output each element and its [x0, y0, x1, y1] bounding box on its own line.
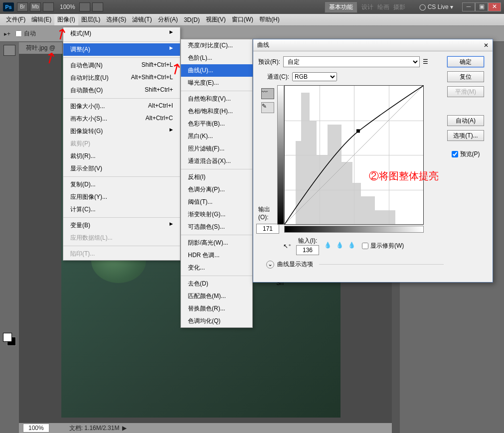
eraser-tool[interactable]: [3, 174, 15, 185]
auto-button[interactable]: 自动(A): [447, 115, 484, 126]
mb-button[interactable]: Mb: [30, 2, 41, 11]
menu-analyze[interactable]: 分析(A): [155, 14, 181, 25]
eyedropper-gray-icon[interactable]: 💧: [336, 242, 345, 251]
dialog-title: 曲线: [257, 41, 269, 49]
status-zoom[interactable]: 100%: [23, 424, 49, 433]
mi-autotone[interactable]: 自动色调(N)Shift+Ctrl+L: [63, 59, 180, 72]
marquee-tool[interactable]: [3, 58, 15, 69]
input-value[interactable]: [296, 245, 319, 255]
wand-tool[interactable]: [3, 84, 15, 95]
dialog-close-icon[interactable]: ✕: [484, 42, 489, 49]
mi-reveal[interactable]: 显示全部(V): [63, 162, 180, 175]
mi-canvassize[interactable]: 画布大小(S)...Alt+Ctrl+C: [63, 113, 180, 125]
extras-button[interactable]: [92, 2, 103, 11]
show-clipping-checkbox[interactable]: [362, 243, 368, 249]
dialog-titlebar[interactable]: 曲线 ✕: [253, 39, 493, 51]
path-tool[interactable]: [3, 252, 15, 263]
workspace-design[interactable]: 设计: [361, 3, 373, 11]
svg-rect-1: [356, 129, 360, 133]
type-tool[interactable]: [3, 239, 15, 250]
mi-adjustments[interactable]: 调整(A): [63, 43, 180, 56]
cs-live[interactable]: ◯ CS Live ▾: [419, 3, 453, 10]
eyedropper-white-icon[interactable]: 💧: [348, 242, 357, 251]
auto-label: 自动: [24, 29, 36, 38]
menu-image[interactable]: 图像(I): [54, 14, 78, 25]
curve-graph[interactable]: [284, 85, 424, 225]
hand-tool-icon[interactable]: ↖⁺: [283, 243, 291, 250]
3d-tool[interactable]: [3, 278, 15, 289]
mi-matchcolor[interactable]: 匹配颜色(M)...: [181, 290, 291, 302]
mi-rotate[interactable]: 图像旋转(G): [63, 125, 180, 138]
workspace-essentials[interactable]: 基本功能: [325, 1, 357, 13]
gradient-tool[interactable]: [3, 187, 15, 198]
menu-view[interactable]: 视图(V): [203, 14, 229, 25]
shape-tool[interactable]: [3, 265, 15, 276]
preview-checkbox[interactable]: [452, 151, 458, 157]
curve-tool-point[interactable]: 〰: [261, 88, 274, 99]
mi-autocontrast[interactable]: 自动对比度(U)Alt+Shift+Ctrl+L: [63, 72, 180, 84]
preset-label: 预设(R):: [258, 58, 280, 66]
pen-tool[interactable]: [3, 226, 15, 237]
move-tool[interactable]: [3, 45, 15, 56]
channel-select[interactable]: RGB: [292, 72, 337, 81]
auto-checkbox[interactable]: [15, 30, 22, 37]
camera-tool[interactable]: [3, 291, 15, 302]
preset-menu-icon[interactable]: ☰: [423, 58, 428, 65]
menu-edit[interactable]: 编辑(E): [28, 14, 54, 25]
menu-file[interactable]: 文件(F): [3, 14, 28, 25]
br-button[interactable]: Br: [17, 2, 28, 11]
mi-applyimage[interactable]: 应用图像(Y)...: [63, 191, 180, 203]
menu-select[interactable]: 选择(S): [103, 14, 129, 25]
zoom-level[interactable]: 100%: [60, 3, 75, 10]
zoom-tool[interactable]: [3, 317, 15, 328]
output-value[interactable]: [256, 224, 279, 234]
maximize-button[interactable]: ▣: [475, 2, 488, 11]
dodge-tool[interactable]: [3, 213, 15, 224]
eyedropper-black-icon[interactable]: 💧: [324, 242, 333, 251]
status-doc: 文档: 1.16M/2.31M: [69, 424, 120, 433]
menu-filter[interactable]: 滤镜(T): [129, 14, 155, 25]
image-menu-dropdown: 模式(M) 调整(A) 自动色调(N)Shift+Ctrl+L 自动对比度(U)…: [63, 27, 180, 261]
lasso-tool[interactable]: [3, 71, 15, 82]
hand-tool[interactable]: [3, 304, 15, 315]
status-bar: 100% 文档: 1.16M/2.31M ▶: [19, 423, 392, 433]
expand-options-icon[interactable]: ⌄: [266, 261, 274, 269]
color-swatch[interactable]: [3, 333, 16, 346]
options-button[interactable]: 选项(T)...: [447, 130, 484, 141]
minimize-button[interactable]: ─: [462, 2, 475, 11]
workspace-paint[interactable]: 绘画: [377, 3, 389, 11]
ok-button[interactable]: 确定: [447, 56, 484, 67]
close-button[interactable]: ✕: [488, 2, 501, 11]
mi-variables[interactable]: 变量(B): [63, 219, 180, 232]
menu-layer[interactable]: 图层(L): [78, 14, 104, 25]
mi-mode[interactable]: 模式(M): [63, 27, 180, 40]
arrange-button[interactable]: [79, 2, 90, 11]
heal-tool[interactable]: [3, 123, 15, 134]
mi-imagesize[interactable]: 图像大小(I)...Alt+Ctrl+I: [63, 100, 180, 113]
workspace-photo[interactable]: 摄影: [393, 3, 405, 11]
screen-mode-button[interactable]: [43, 2, 54, 11]
menu-window[interactable]: 窗口(W): [229, 14, 256, 25]
stamp-tool[interactable]: [3, 148, 15, 159]
smooth-button[interactable]: 平滑(M): [447, 86, 484, 97]
document-tab[interactable]: 荷叶.jpg @: [19, 42, 63, 54]
crop-tool[interactable]: [3, 97, 15, 108]
cancel-button[interactable]: 复位: [447, 71, 484, 82]
menu-help[interactable]: 帮助(H): [256, 14, 283, 25]
curve-display-options: 曲线显示选项: [277, 260, 313, 269]
mi-replacecolor[interactable]: 替换颜色(R)...: [181, 302, 291, 315]
toolbox: [0, 42, 19, 433]
history-brush-tool[interactable]: [3, 161, 15, 172]
eyedropper-tool[interactable]: [3, 110, 15, 121]
curve-tool-pencil[interactable]: ✎: [261, 102, 274, 113]
mi-duplicate[interactable]: 复制(D)...: [63, 178, 180, 191]
input-gradient: [284, 226, 424, 233]
menu-3d[interactable]: 3D(D): [181, 15, 203, 25]
mi-trim[interactable]: 裁切(R)...: [63, 150, 180, 162]
mi-autocolor[interactable]: 自动颜色(O)Shift+Ctrl+: [63, 84, 180, 97]
mi-calculations[interactable]: 计算(C)...: [63, 203, 180, 216]
mi-equalize[interactable]: 色调均化(Q): [181, 315, 291, 327]
brush-tool[interactable]: [3, 136, 15, 146]
blur-tool[interactable]: [3, 200, 15, 211]
preset-select[interactable]: 自定: [283, 56, 420, 67]
